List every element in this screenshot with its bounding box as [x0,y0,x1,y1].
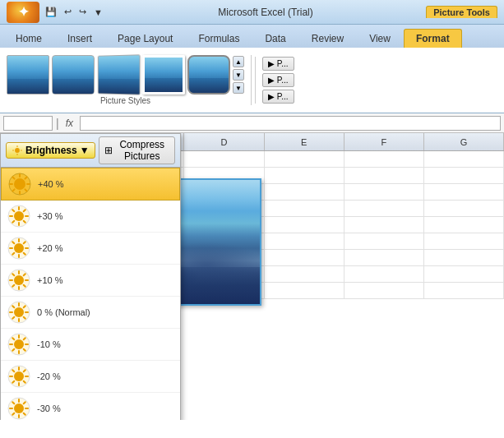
grid-cell[interactable] [344,201,424,216]
brightness-item[interactable]: +40 % [1,168,180,201]
picture-styles-row: ▲ ▼ ▼ [7,55,244,95]
quick-access-toolbar: 💾 ↩ ↪ ▼ [43,5,105,19]
col-header-f: F [344,133,424,150]
save-button[interactable]: 💾 [43,5,59,19]
brightness-dropdown: Brightness ▼ ⊞ Compress Pictures +40 %+3… [0,133,181,420]
brightness-value: +20 % [37,243,63,253]
formula-divider: | [56,117,59,130]
brightness-item[interactable]: +30 % [1,201,180,233]
grid-cell[interactable] [265,250,344,265]
grid-cell[interactable] [344,168,424,183]
brightness-value: 0 % (Normal) [37,307,90,317]
undo-button[interactable]: ↩ [62,5,74,19]
col-header-g: G [424,133,504,150]
brightness-value: -10 % [37,339,61,349]
grid-cell[interactable] [344,217,424,233]
style-thumb-2[interactable] [52,55,95,95]
redo-button[interactable]: ↪ [76,5,89,19]
app-title: Microsoft Excel (Trial) [105,7,426,18]
dropdown-header: Brightness ▼ ⊞ Compress Pictures [1,134,180,168]
sun-brightness-icon [8,173,31,196]
brightness-item[interactable]: -10 % [1,329,180,361]
grid-cell[interactable] [265,233,344,249]
tab-page-layout[interactable]: Page Layout [105,29,185,48]
brightness-item[interactable]: +10 % [1,265,180,297]
grid-cell[interactable] [424,151,504,167]
tab-review[interactable]: Review [299,29,356,48]
grid-cell[interactable] [424,233,504,249]
formula-input[interactable] [80,116,501,131]
sun-brightness-icon [7,237,30,260]
brightness-value: +40 % [38,179,64,189]
svg-point-76 [14,403,24,413]
spreadsheet-area: B C D E F G [0,133,504,420]
grid-cell[interactable] [424,217,504,233]
grid-cell[interactable] [265,266,344,282]
sun-brightness-icon [7,365,30,388]
scroll-up-btn[interactable]: ▲ [233,56,244,67]
customize-button[interactable]: ▼ [91,6,105,19]
grid-cell[interactable] [424,266,504,282]
brightness-value: +10 % [37,275,63,285]
grid-cell[interactable] [265,151,344,167]
grid-cell[interactable] [265,201,344,216]
picture-styles-label: Picture Styles [7,96,244,105]
grid-cell[interactable] [344,266,424,282]
grid-cell[interactable] [344,250,424,265]
tab-home[interactable]: Home [3,29,54,48]
grid-cell[interactable] [424,184,504,200]
formula-bar: | fx [0,113,504,133]
grid-cell[interactable] [265,168,344,183]
picture-border-btn[interactable]: ▶ P... [262,57,294,71]
style-thumb-1[interactable] [7,55,49,95]
scroll-down-btn[interactable]: ▼ [233,69,244,81]
tab-formulas[interactable]: Formulas [186,29,252,48]
picture-layout-btn[interactable]: ▶ P... [262,90,294,104]
grid-cell[interactable] [424,250,504,265]
dropdown-arrow-icon: ▼ [80,145,90,156]
brightness-list: +40 %+30 %+20 %+10 %0 % (Normal)-10 %-20… [1,168,180,420]
grid-cell[interactable] [344,184,424,200]
tab-data[interactable]: Data [252,29,298,48]
sun-brightness-icon [7,205,30,228]
tab-insert[interactable]: Insert [55,29,104,48]
picture-tools-label: Picture Tools [426,6,497,18]
title-bar: ✦ 💾 ↩ ↪ ▼ Microsoft Excel (Trial) Pictur… [0,0,504,25]
office-button[interactable]: ✦ [7,2,39,23]
main-area: B C D E F G [0,133,504,420]
scroll-more-btn[interactable]: ▼ [233,82,244,94]
grid-cell[interactable] [265,217,344,233]
grid-cell[interactable] [424,168,504,183]
svg-point-0 [15,148,20,153]
sun-brightness-icon [7,397,30,420]
style-scroll: ▲ ▼ ▼ [233,56,244,94]
style-thumb-3[interactable] [98,54,141,95]
grid-cell[interactable] [424,283,504,298]
fx-button[interactable]: fx [62,118,76,129]
grid-cell[interactable] [344,151,424,167]
grid-cell[interactable] [344,233,424,249]
svg-point-26 [14,243,24,253]
brightness-item[interactable]: -30 % [1,393,180,420]
brightness-item[interactable]: -20 % [1,361,180,393]
brightness-item[interactable]: +20 % [1,233,180,265]
sun-brightness-icon [7,333,30,356]
style-thumb-4[interactable] [142,55,185,95]
grid-cell[interactable] [265,283,344,298]
grid-cell[interactable] [265,184,344,200]
grid-cell[interactable] [184,151,264,167]
brightness-value: -20 % [37,371,61,381]
tab-view[interactable]: View [357,29,403,48]
brightness-icon [12,145,23,156]
svg-point-46 [14,307,24,317]
compress-label: Compress Pictures [115,139,169,162]
grid-cell[interactable] [344,283,424,298]
compress-pictures-button[interactable]: ⊞ Compress Pictures [99,136,175,164]
style-thumb-5[interactable] [187,55,230,95]
brightness-button[interactable]: Brightness ▼ [6,142,95,159]
name-box[interactable] [3,116,53,131]
tab-format[interactable]: Format [404,29,462,48]
brightness-item[interactable]: 0 % (Normal) [1,297,180,329]
grid-cell[interactable] [424,201,504,216]
picture-effects-btn[interactable]: ▶ P... [262,73,294,87]
